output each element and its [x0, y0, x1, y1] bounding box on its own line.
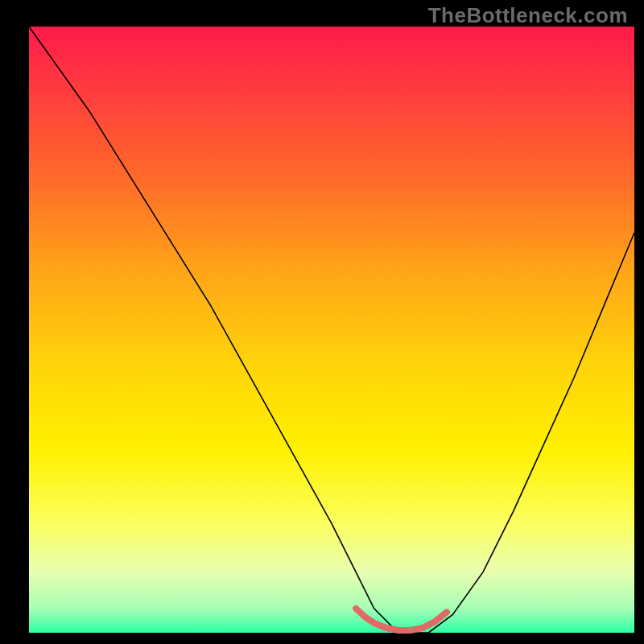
chart-container: TheBottleneck.com [0, 0, 644, 644]
chart-svg [0, 0, 644, 644]
chart-background [29, 27, 634, 633]
watermark-text: TheBottleneck.com [428, 3, 628, 28]
